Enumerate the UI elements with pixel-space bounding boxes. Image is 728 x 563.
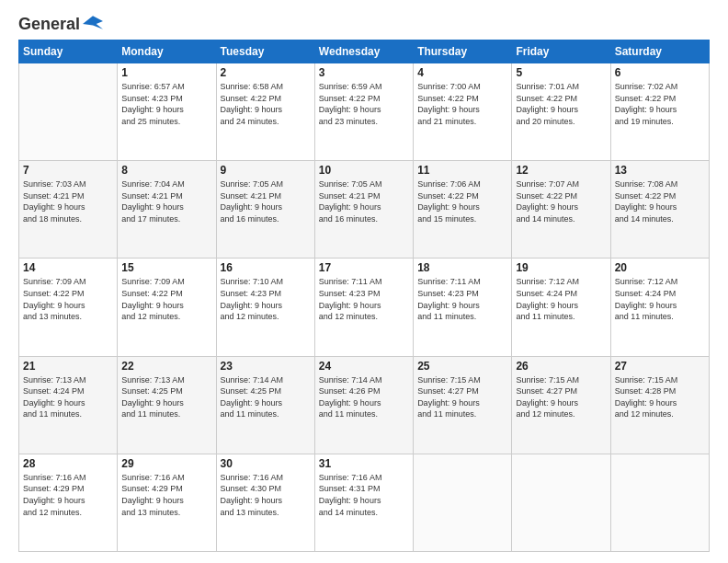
day-number: 1 <box>121 66 211 79</box>
calendar-week-row-2: 7Sunrise: 7:03 AM Sunset: 4:21 PM Daylig… <box>19 161 710 259</box>
day-info: Sunrise: 7:14 AM Sunset: 4:25 PM Dayligh… <box>221 374 311 420</box>
page: General SundayMondayTuesdayWednesdayThur… <box>0 0 728 563</box>
day-info: Sunrise: 7:08 AM Sunset: 4:22 PM Dayligh… <box>615 178 705 224</box>
day-number: 7 <box>23 164 113 177</box>
calendar-cell: 25Sunrise: 7:15 AM Sunset: 4:27 PM Dayli… <box>414 356 512 454</box>
calendar-cell: 17Sunrise: 7:11 AM Sunset: 4:23 PM Dayli… <box>314 259 413 356</box>
calendar-cell: 5Sunrise: 7:01 AM Sunset: 4:22 PM Daylig… <box>512 63 610 161</box>
day-number: 18 <box>417 261 507 274</box>
day-number: 11 <box>417 164 507 177</box>
day-number: 14 <box>23 261 113 274</box>
calendar-cell <box>512 454 610 551</box>
calendar-header-wednesday: Wednesday <box>314 40 413 63</box>
calendar-cell: 29Sunrise: 7:16 AM Sunset: 4:29 PM Dayli… <box>118 454 216 551</box>
day-number: 16 <box>221 261 311 274</box>
day-info: Sunrise: 7:10 AM Sunset: 4:23 PM Dayligh… <box>221 276 311 322</box>
calendar-cell: 10Sunrise: 7:05 AM Sunset: 4:21 PM Dayli… <box>314 161 413 259</box>
calendar-header-friday: Friday <box>512 40 610 63</box>
header: General <box>18 15 710 30</box>
calendar-header-row: SundayMondayTuesdayWednesdayThursdayFrid… <box>19 40 710 63</box>
day-info: Sunrise: 7:01 AM Sunset: 4:22 PM Dayligh… <box>516 81 606 127</box>
calendar-cell <box>414 454 512 551</box>
day-number: 19 <box>516 261 606 274</box>
day-number: 5 <box>516 66 606 79</box>
day-info: Sunrise: 7:12 AM Sunset: 4:24 PM Dayligh… <box>516 276 606 322</box>
calendar-cell: 28Sunrise: 7:16 AM Sunset: 4:29 PM Dayli… <box>19 454 118 551</box>
calendar-cell: 31Sunrise: 7:16 AM Sunset: 4:31 PM Dayli… <box>314 454 413 551</box>
day-info: Sunrise: 7:06 AM Sunset: 4:22 PM Dayligh… <box>417 178 507 224</box>
day-info: Sunrise: 7:13 AM Sunset: 4:25 PM Dayligh… <box>121 374 211 420</box>
calendar-week-row-5: 28Sunrise: 7:16 AM Sunset: 4:29 PM Dayli… <box>19 454 710 551</box>
day-number: 20 <box>615 261 705 274</box>
day-info: Sunrise: 7:05 AM Sunset: 4:21 PM Dayligh… <box>221 178 311 224</box>
day-info: Sunrise: 7:15 AM Sunset: 4:27 PM Dayligh… <box>516 374 606 420</box>
day-number: 27 <box>615 360 705 373</box>
calendar-cell: 23Sunrise: 7:14 AM Sunset: 4:25 PM Dayli… <box>216 356 314 454</box>
day-number: 8 <box>121 164 211 177</box>
calendar-header-sunday: Sunday <box>19 40 118 63</box>
calendar-cell: 8Sunrise: 7:04 AM Sunset: 4:21 PM Daylig… <box>118 161 216 259</box>
calendar-cell: 22Sunrise: 7:13 AM Sunset: 4:25 PM Dayli… <box>118 356 216 454</box>
day-number: 23 <box>221 360 311 373</box>
day-number: 22 <box>121 360 211 373</box>
calendar-cell: 30Sunrise: 7:16 AM Sunset: 4:30 PM Dayli… <box>216 454 314 551</box>
calendar-cell: 3Sunrise: 6:59 AM Sunset: 4:22 PM Daylig… <box>314 63 413 161</box>
calendar-cell: 12Sunrise: 7:07 AM Sunset: 4:22 PM Dayli… <box>512 161 610 259</box>
day-number: 31 <box>319 457 409 470</box>
calendar-header-tuesday: Tuesday <box>216 40 314 63</box>
calendar-cell: 21Sunrise: 7:13 AM Sunset: 4:24 PM Dayli… <box>19 356 118 454</box>
day-number: 30 <box>221 457 311 470</box>
day-info: Sunrise: 7:15 AM Sunset: 4:28 PM Dayligh… <box>615 374 705 420</box>
calendar-cell: 7Sunrise: 7:03 AM Sunset: 4:21 PM Daylig… <box>19 161 118 259</box>
day-info: Sunrise: 7:03 AM Sunset: 4:21 PM Dayligh… <box>23 178 113 224</box>
calendar-cell: 9Sunrise: 7:05 AM Sunset: 4:21 PM Daylig… <box>216 161 314 259</box>
day-info: Sunrise: 7:07 AM Sunset: 4:22 PM Dayligh… <box>516 178 606 224</box>
day-number: 12 <box>516 164 606 177</box>
day-number: 15 <box>121 261 211 274</box>
day-number: 4 <box>417 66 507 79</box>
calendar-week-row-1: 1Sunrise: 6:57 AM Sunset: 4:23 PM Daylig… <box>19 63 710 161</box>
day-info: Sunrise: 6:59 AM Sunset: 4:22 PM Dayligh… <box>319 81 409 127</box>
day-info: Sunrise: 7:09 AM Sunset: 4:22 PM Dayligh… <box>121 276 211 322</box>
day-number: 2 <box>221 66 311 79</box>
day-info: Sunrise: 7:11 AM Sunset: 4:23 PM Dayligh… <box>417 276 507 322</box>
calendar-cell: 2Sunrise: 6:58 AM Sunset: 4:22 PM Daylig… <box>216 63 314 161</box>
logo-general-text: General <box>18 15 80 34</box>
day-number: 28 <box>23 457 113 470</box>
day-number: 24 <box>319 360 409 373</box>
day-info: Sunrise: 7:11 AM Sunset: 4:23 PM Dayligh… <box>319 276 409 322</box>
calendar-cell <box>19 63 118 161</box>
day-number: 26 <box>516 360 606 373</box>
calendar-week-row-4: 21Sunrise: 7:13 AM Sunset: 4:24 PM Dayli… <box>19 356 710 454</box>
day-info: Sunrise: 7:14 AM Sunset: 4:26 PM Dayligh… <box>319 374 409 420</box>
day-info: Sunrise: 7:05 AM Sunset: 4:21 PM Dayligh… <box>319 178 409 224</box>
calendar-cell: 16Sunrise: 7:10 AM Sunset: 4:23 PM Dayli… <box>216 259 314 356</box>
calendar-header-saturday: Saturday <box>610 40 709 63</box>
day-number: 9 <box>221 164 311 177</box>
day-info: Sunrise: 7:00 AM Sunset: 4:22 PM Dayligh… <box>417 81 507 127</box>
day-info: Sunrise: 7:16 AM Sunset: 4:31 PM Dayligh… <box>319 472 409 518</box>
logo-bird-icon <box>83 14 103 34</box>
calendar-cell <box>610 454 709 551</box>
calendar-cell: 13Sunrise: 7:08 AM Sunset: 4:22 PM Dayli… <box>610 161 709 259</box>
day-number: 17 <box>319 261 409 274</box>
calendar-header-monday: Monday <box>118 40 216 63</box>
day-number: 25 <box>417 360 507 373</box>
day-number: 6 <box>615 66 705 79</box>
calendar-cell: 24Sunrise: 7:14 AM Sunset: 4:26 PM Dayli… <box>314 356 413 454</box>
calendar-cell: 14Sunrise: 7:09 AM Sunset: 4:22 PM Dayli… <box>19 259 118 356</box>
day-info: Sunrise: 7:16 AM Sunset: 4:29 PM Dayligh… <box>121 472 211 518</box>
calendar-cell: 1Sunrise: 6:57 AM Sunset: 4:23 PM Daylig… <box>118 63 216 161</box>
calendar-cell: 11Sunrise: 7:06 AM Sunset: 4:22 PM Dayli… <box>414 161 512 259</box>
calendar-cell: 6Sunrise: 7:02 AM Sunset: 4:22 PM Daylig… <box>610 63 709 161</box>
day-info: Sunrise: 7:12 AM Sunset: 4:24 PM Dayligh… <box>615 276 705 322</box>
day-info: Sunrise: 7:09 AM Sunset: 4:22 PM Dayligh… <box>23 276 113 322</box>
calendar-week-row-3: 14Sunrise: 7:09 AM Sunset: 4:22 PM Dayli… <box>19 259 710 356</box>
calendar-cell: 19Sunrise: 7:12 AM Sunset: 4:24 PM Dayli… <box>512 259 610 356</box>
calendar-cell: 27Sunrise: 7:15 AM Sunset: 4:28 PM Dayli… <box>610 356 709 454</box>
day-number: 13 <box>615 164 705 177</box>
calendar-cell: 26Sunrise: 7:15 AM Sunset: 4:27 PM Dayli… <box>512 356 610 454</box>
calendar-header-thursday: Thursday <box>414 40 512 63</box>
day-info: Sunrise: 6:58 AM Sunset: 4:22 PM Dayligh… <box>221 81 311 127</box>
day-info: Sunrise: 7:13 AM Sunset: 4:24 PM Dayligh… <box>23 374 113 420</box>
